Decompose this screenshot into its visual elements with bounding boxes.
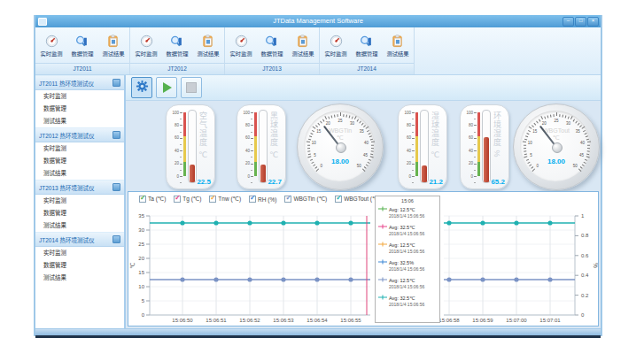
sidebar-group-header-1[interactable]: JT2011 热环境测试仪 [35,75,124,90]
realtime-monitor-button[interactable]: 实时监测 [226,35,256,58]
legend-checkbox[interactable]: ✓ [209,196,216,203]
thermometer-tick-label: 60 [461,135,473,140]
data-management-button[interactable]: 数据管理 [67,35,97,58]
svg-text:20: 20 [138,256,144,261]
chart-plot[interactable]: 3530252015105010.80.60.40.2015:06:5015:0… [128,192,598,324]
tooltip-avg-value: Avg: 12.5℃ [389,207,415,212]
collapse-icon[interactable] [113,79,120,87]
chart-panel: 3530252015105010.80.60.40.2015:06:5015:0… [128,191,599,326]
data-management-button[interactable]: 数据管理 [162,35,192,58]
legend-checkbox[interactable]: ✓ [284,196,291,203]
thermometer-tick-label: 60 [167,135,179,140]
thermometer-tick-label: 40 [399,149,411,153]
svg-text:15: 15 [138,270,144,275]
sidebar-item[interactable]: 测试结果 [35,167,124,180]
check-icon: ✓ [140,195,146,202]
series-marker-icon [378,224,387,230]
sidebar-group-title: JT2014 热环境测试仪 [39,235,111,244]
sidebar-group-header-2[interactable]: JT2012 热环境测试仪 [35,127,124,142]
legend-checkbox[interactable]: ✓ [139,196,146,203]
status-bar [35,328,601,335]
thermometer-tick-label: 80 [399,123,411,127]
tooltip-header: 15:06 [378,198,437,204]
legend-checkbox[interactable]: ✓ [249,196,256,203]
thermometer-tick-label: 80 [167,123,179,127]
sidebar-item[interactable]: 实时监测 [35,195,124,207]
svg-text:0.6: 0.6 [581,253,589,258]
ribbon-button-label: 测试结果 [386,49,408,58]
sidebar-item[interactable]: 数据管理 [35,259,124,272]
svg-text:15:06:52: 15:06:52 [239,318,260,323]
thermometer-tick-label: 0 [399,174,411,179]
svg-text:15:06:51: 15:06:51 [206,318,227,323]
tooltip-avg-value: Avg: 12.5℃ [389,278,415,283]
test-results-button[interactable]: 测试结果 [193,35,223,58]
thermometer-tick-label: 60 [399,135,411,140]
sidebar-item[interactable]: 实时监测 [35,142,124,155]
thermometer-color-band [254,162,257,176]
thermometer-tick-label: 40 [461,149,473,153]
minimize-button[interactable]: – [563,17,574,27]
legend-checkbox[interactable]: ✓ [335,196,342,203]
thermometer-tick-label: 40 [237,149,250,153]
thermometer-color-band [254,112,257,136]
tooltip-timestamp: 2018/1/4 15:06:56 [389,302,437,307]
sidebar-item[interactable]: 测试结果 [35,115,124,127]
thermometer-value: 21.2 [429,178,443,186]
data-management-button[interactable]: 数据管理 [257,35,287,58]
thermometer-tick-label: 100 [237,111,250,115]
collapse-icon[interactable] [113,183,120,191]
legend-item: ✓WBGTin (℃) [284,196,327,203]
title-bar[interactable]: JTData Management Software – □ × [35,15,601,27]
window-title: JTData Management Software [35,15,601,27]
dial-scale-number: 30 [563,121,574,126]
legend-checkbox[interactable]: ✓ [174,196,181,203]
thermometer-color-band [415,112,418,136]
sidebar-group-header-4[interactable]: JT2014 热环境测试仪 [35,232,124,247]
realtime-monitor-button[interactable]: 实时监测 [36,35,66,58]
ribbon-button-label: 实时监测 [325,49,347,58]
series-marker-icon [378,206,387,212]
start-button[interactable] [156,77,177,98]
content-area: 100806040200空气温度 ℃22.5100806040200黑球温度 ℃… [126,75,601,328]
realtime-monitor-button[interactable]: 实时监测 [131,35,161,58]
sidebar-item[interactable]: 实时监测 [35,90,124,103]
thermometer-tick-label: 100 [399,111,411,115]
check-icon: ✓ [336,195,342,202]
sidebar-item[interactable]: 数据管理 [35,207,124,219]
sidebar-group-header-3[interactable]: JT2013 热环境测试仪 [35,180,124,195]
tooltip-entry: Avg: 12.5℃2018/1/4 15:06:56 [378,277,437,289]
thermometer-color-band [477,112,480,136]
collapse-icon[interactable] [113,131,120,139]
test-results-button[interactable]: 测试结果 [383,35,413,58]
thermometer-tick-label: 80 [461,123,473,127]
legend-item: ✓WBGTout (℃) [335,196,380,203]
search-chart-icon [170,35,183,48]
maximize-button[interactable]: □ [575,17,586,27]
settings-button[interactable] [131,77,152,98]
sidebar-item[interactable]: 测试结果 [35,272,124,284]
dial-value: 18.00 [298,157,383,165]
stop-button[interactable] [181,77,202,98]
close-button[interactable]: × [587,17,599,27]
thermometer-mercury [484,137,489,182]
gear-icon [136,80,149,96]
sidebar-item[interactable]: 数据管理 [35,155,124,167]
svg-text:10: 10 [138,284,144,289]
gauge-icon [235,35,248,48]
realtime-monitor-button[interactable]: 实时监测 [321,35,351,58]
sidebar-item[interactable]: 实时监测 [35,247,124,259]
svg-text:0.2: 0.2 [581,293,589,298]
data-management-button[interactable]: 数据管理 [352,35,382,58]
clipboard-icon [391,35,404,48]
svg-text:0: 0 [581,312,585,318]
test-results-button[interactable]: 测试结果 [98,35,128,58]
sidebar-item[interactable]: 数据管理 [35,103,124,115]
thermometer-color-band [415,162,418,176]
gauge-icon [330,35,343,48]
collapse-icon[interactable] [113,235,120,243]
tooltip-avg-value: Avg: 32.5% [389,260,414,265]
test-results-button[interactable]: 测试结果 [288,35,318,58]
thermometer-value: 22.5 [197,178,211,186]
sidebar-item[interactable]: 测试结果 [35,219,124,232]
